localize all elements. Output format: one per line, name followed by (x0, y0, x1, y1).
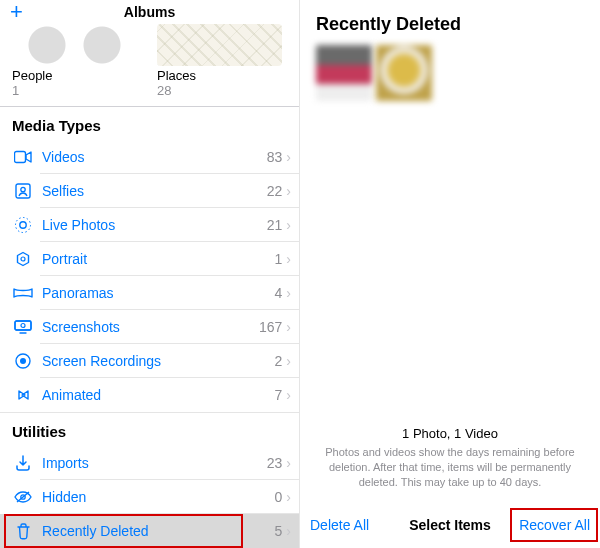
row-videos[interactable]: Videos 83 › (0, 140, 299, 174)
selfies-icon (12, 183, 34, 199)
trash-icon (12, 523, 34, 540)
nav-title: Albums (124, 4, 175, 20)
row-screen-recordings[interactable]: Screen Recordings 2 › (0, 344, 299, 378)
chevron-right-icon: › (284, 353, 291, 369)
chevron-right-icon: › (284, 523, 291, 539)
row-count: 7 (275, 387, 285, 403)
row-count: 22 (267, 183, 285, 199)
bottom-toolbar: Delete All Select Items Recover All (300, 502, 600, 548)
chevron-right-icon: › (284, 183, 291, 199)
media-types-list: Videos 83 › Selfies 22 › Live Photos 21 … (0, 140, 299, 412)
svg-rect-1 (16, 184, 30, 198)
row-livephotos[interactable]: Live Photos 21 › (0, 208, 299, 242)
row-label: Screen Recordings (34, 353, 275, 369)
chevron-right-icon: › (284, 285, 291, 301)
row-label: Imports (34, 455, 267, 471)
video-icon (12, 150, 34, 164)
svg-rect-6 (15, 321, 31, 330)
row-count: 83 (267, 149, 285, 165)
row-label: Videos (34, 149, 267, 165)
album-places[interactable]: Places 28 (157, 24, 282, 98)
chevron-right-icon: › (284, 455, 291, 471)
svg-rect-0 (15, 152, 26, 163)
svg-point-10 (20, 358, 26, 364)
row-count: 0 (275, 489, 285, 505)
info-summary: 1 Photo, 1 Video (318, 426, 582, 441)
select-items-button[interactable]: Select Items (409, 517, 491, 533)
row-count: 167 (259, 319, 284, 335)
row-count: 5 (275, 523, 285, 539)
album-label: People (12, 68, 137, 83)
add-album-button[interactable]: + (10, 1, 23, 23)
deleted-items-grid (300, 45, 600, 101)
screenshots-icon (12, 320, 34, 334)
delete-all-button[interactable]: Delete All (310, 517, 369, 533)
chevron-right-icon: › (284, 251, 291, 267)
chevron-right-icon: › (284, 319, 291, 335)
row-label: Panoramas (34, 285, 275, 301)
utilities-list: Imports 23 › Hidden 0 › Recently Deleted… (0, 446, 299, 548)
row-label: Selfies (34, 183, 267, 199)
svg-rect-7 (15, 321, 31, 330)
page-title: Recently Deleted (300, 0, 600, 45)
row-hidden[interactable]: Hidden 0 › (0, 480, 299, 514)
svg-point-3 (20, 222, 26, 228)
album-count: 28 (157, 83, 282, 98)
row-label: Portrait (34, 251, 275, 267)
row-count: 1 (275, 251, 285, 267)
row-panoramas[interactable]: Panoramas 4 › (0, 276, 299, 310)
portrait-icon (12, 251, 34, 267)
info-text: 1 Photo, 1 Video Photos and videos show … (300, 418, 600, 502)
row-imports[interactable]: Imports 23 › (0, 446, 299, 480)
livephotos-icon (12, 216, 34, 234)
row-label: Live Photos (34, 217, 267, 233)
row-animated[interactable]: Animated 7 › (0, 378, 299, 412)
album-count: 1 (12, 83, 137, 98)
panorama-icon (12, 287, 34, 299)
row-count: 4 (275, 285, 285, 301)
album-people[interactable]: People 1 (12, 24, 137, 98)
info-detail: Photos and videos show the days remainin… (318, 445, 582, 490)
row-label: Screenshots (34, 319, 259, 335)
row-count: 21 (267, 217, 285, 233)
row-count: 2 (275, 353, 285, 369)
row-label: Animated (34, 387, 275, 403)
row-selfies[interactable]: Selfies 22 › (0, 174, 299, 208)
row-count: 23 (267, 455, 285, 471)
deleted-item-thumbnail[interactable] (316, 45, 372, 101)
hidden-icon (12, 490, 34, 504)
row-label: Hidden (34, 489, 275, 505)
svg-point-5 (21, 257, 25, 261)
section-media-types: Media Types (0, 106, 299, 140)
chevron-right-icon: › (284, 489, 291, 505)
screenrec-icon (12, 352, 34, 370)
svg-point-4 (16, 218, 31, 233)
row-label: Recently Deleted (34, 523, 275, 539)
svg-point-8 (21, 324, 25, 328)
albums-nav-bar: + Albums (0, 0, 299, 24)
imports-icon (12, 455, 34, 471)
svg-point-2 (21, 187, 25, 191)
albums-grid: People 1 Places 28 (0, 24, 299, 106)
deleted-item-thumbnail[interactable] (376, 45, 432, 101)
animated-icon (12, 387, 34, 403)
people-thumbnail (12, 24, 137, 66)
row-recently-deleted[interactable]: Recently Deleted 5 › (0, 514, 299, 548)
section-utilities: Utilities (0, 412, 299, 446)
row-screenshots[interactable]: Screenshots 167 › (0, 310, 299, 344)
chevron-right-icon: › (284, 387, 291, 403)
row-portrait[interactable]: Portrait 1 › (0, 242, 299, 276)
places-thumbnail (157, 24, 282, 66)
chevron-right-icon: › (284, 217, 291, 233)
album-label: Places (157, 68, 282, 83)
chevron-right-icon: › (284, 149, 291, 165)
recover-all-button[interactable]: Recover All (519, 517, 590, 533)
